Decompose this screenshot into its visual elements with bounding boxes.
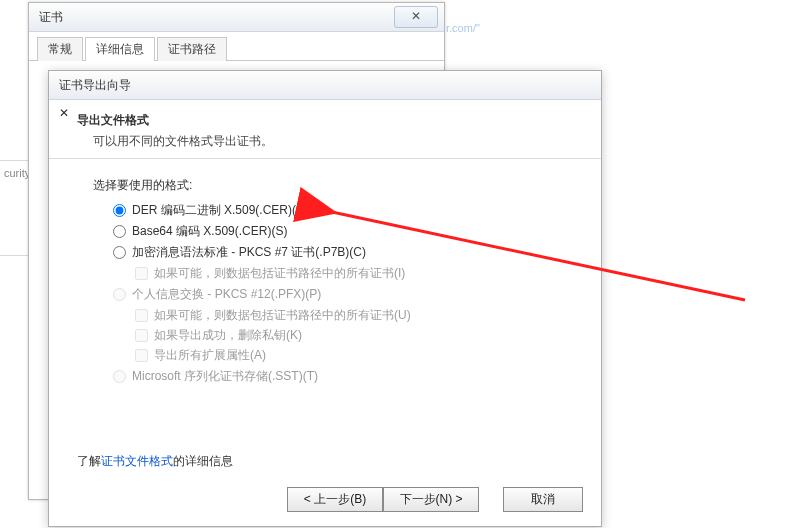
certificate-window-titlebar[interactable]: 证书 ✕ (29, 3, 444, 32)
learn-more-link[interactable]: 证书文件格式 (101, 454, 173, 468)
radio-pkcs7-label: 加密消息语法标准 - PKCS #7 证书(.P7B)(C) (132, 244, 366, 261)
certificate-window-title: 证书 (39, 10, 63, 24)
radio-pfx: 个人信息交换 - PKCS #12(.PFX)(P) (113, 286, 573, 303)
radio-pfx-label: 个人信息交换 - PKCS #12(.PFX)(P) (132, 286, 321, 303)
learn-more-line: 了解证书文件格式的详细信息 (49, 445, 601, 476)
check-pfx-include-chain-input (135, 309, 148, 322)
export-wizard-body: 选择要使用的格式: DER 编码二进制 X.509(.CER)(D) Base6… (49, 159, 601, 445)
check-pfx-delete-key-label: 如果导出成功，删除私钥(K) (154, 327, 302, 344)
export-wizard-titlebar[interactable]: 证书导出向导 ✕ (49, 71, 601, 100)
radio-der-label: DER 编码二进制 X.509(.CER)(D) (132, 202, 309, 219)
radio-base64-input[interactable] (113, 225, 126, 238)
bg-snippet-right: r.com/" (446, 22, 480, 34)
tab-cert-path-label: 证书路径 (168, 42, 216, 56)
back-button[interactable]: < 上一步(B) (287, 487, 383, 512)
check-pfx-include-chain-label: 如果可能，则数据包括证书路径中的所有证书(U) (154, 307, 411, 324)
radio-der-input[interactable] (113, 204, 126, 217)
tab-general[interactable]: 常规 (37, 37, 83, 61)
check-pfx-export-ext-label: 导出所有扩展属性(A) (154, 347, 266, 364)
format-group-label: 选择要使用的格式: (93, 177, 573, 194)
side-panel-label: curity (4, 167, 30, 179)
radio-sst-label: Microsoft 序列化证书存储(.SST)(T) (132, 368, 318, 385)
next-button[interactable]: 下一步(N) > (383, 487, 479, 512)
export-wizard-subheading: 可以用不同的文件格式导出证书。 (77, 133, 573, 150)
learn-more-prefix: 了解 (77, 454, 101, 468)
radio-base64[interactable]: Base64 编码 X.509(.CER)(S) (113, 223, 573, 240)
check-pkcs7-include-chain-label: 如果可能，则数据包括证书路径中的所有证书(I) (154, 265, 405, 282)
tab-cert-path[interactable]: 证书路径 (157, 37, 227, 61)
export-wizard-close-button[interactable]: ✕ (59, 99, 601, 127)
export-wizard-window: 证书导出向导 ✕ 导出文件格式 可以用不同的文件格式导出证书。 选择要使用的格式… (48, 70, 602, 527)
cancel-button[interactable]: 取消 (503, 487, 583, 512)
tab-details[interactable]: 详细信息 (85, 37, 155, 61)
tab-general-label: 常规 (48, 42, 72, 56)
radio-pfx-input (113, 288, 126, 301)
certificate-tabs: 常规 详细信息 证书路径 (29, 32, 444, 61)
format-radio-list: DER 编码二进制 X.509(.CER)(D) Base64 编码 X.509… (93, 202, 573, 385)
certificate-window-close-button[interactable]: ✕ (394, 6, 438, 28)
check-pfx-delete-key-input (135, 329, 148, 342)
check-pfx-delete-key: 如果导出成功，删除私钥(K) (135, 327, 573, 344)
export-wizard-title: 证书导出向导 (59, 78, 131, 92)
check-pkcs7-include-chain-input (135, 267, 148, 280)
wizard-button-row: < 上一步(B) 下一步(N) > 取消 (49, 476, 601, 526)
radio-base64-label: Base64 编码 X.509(.CER)(S) (132, 223, 287, 240)
radio-sst: Microsoft 序列化证书存储(.SST)(T) (113, 368, 573, 385)
check-pfx-include-chain: 如果可能，则数据包括证书路径中的所有证书(U) (135, 307, 573, 324)
radio-pkcs7-input[interactable] (113, 246, 126, 259)
tab-details-label: 详细信息 (96, 42, 144, 56)
radio-der[interactable]: DER 编码二进制 X.509(.CER)(D) (113, 202, 573, 219)
check-pkcs7-include-chain: 如果可能，则数据包括证书路径中的所有证书(I) (135, 265, 573, 282)
learn-more-suffix: 的详细信息 (173, 454, 233, 468)
check-pfx-export-ext: 导出所有扩展属性(A) (135, 347, 573, 364)
radio-pkcs7[interactable]: 加密消息语法标准 - PKCS #7 证书(.P7B)(C) (113, 244, 573, 261)
close-icon: ✕ (59, 106, 69, 120)
check-pfx-export-ext-input (135, 349, 148, 362)
close-icon: ✕ (411, 9, 421, 23)
radio-sst-input (113, 370, 126, 383)
